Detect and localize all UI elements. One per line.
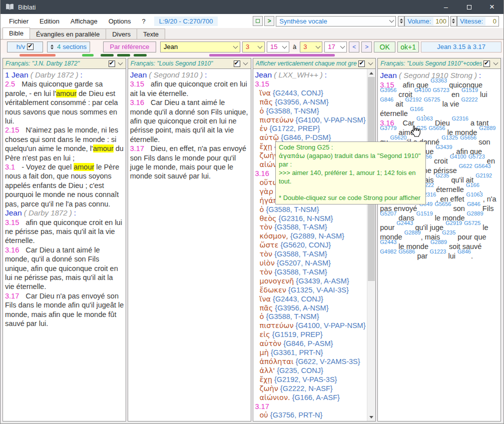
strong-code[interactable]: G2443 — [396, 220, 413, 226]
strong-code[interactable]: G5207 — [380, 210, 396, 216]
tab--vangiles-en-parall-le[interactable]: Évangiles en parallèle — [30, 28, 106, 39]
menu-item-affichage[interactable]: Affichage — [65, 16, 103, 26]
hv-layout-toggle[interactable]: h/v — [7, 42, 43, 52]
strong-code[interactable]: G3363 — [430, 78, 447, 84]
menu-item-?[interactable]: ? — [137, 16, 151, 26]
strong-code[interactable]: {G5620, CONJ} — [278, 241, 331, 249]
next-passage-button[interactable]: > — [361, 42, 372, 52]
strong-code[interactable]: G4982 — [380, 248, 396, 254]
chevron-down-icon[interactable] — [242, 62, 250, 64]
chevron-down-icon[interactable] — [117, 62, 125, 64]
strong-code[interactable]: G4100 — [414, 87, 431, 93]
strong-code[interactable]: {G3439, A-ASM} — [294, 277, 349, 285]
column-visibility-checkbox[interactable] — [234, 60, 240, 67]
strong-code[interactable]: G5620 — [390, 134, 406, 140]
minimize-button[interactable]: – — [434, 0, 457, 14]
strong-code[interactable]: {G3361, PRT-N} — [269, 348, 323, 356]
scroll-down-arrow[interactable] — [367, 413, 375, 421]
strong-code[interactable]: {G3756, PRT-N} — [268, 411, 323, 419]
vertical-scrollbar[interactable] — [367, 69, 375, 421]
strong-code[interactable]: {G3588, T-ASM} — [272, 250, 327, 258]
hv-checkbox[interactable] — [27, 44, 34, 50]
strong-code[interactable]: G622 — [459, 163, 472, 169]
strong-code[interactable]: {G235, CONJ} — [275, 366, 323, 374]
strong-code[interactable]: G5643 — [474, 163, 491, 169]
strong-code[interactable]: G1519 — [461, 87, 478, 93]
strong-code[interactable]: {G3588, T-NSM} — [264, 107, 319, 115]
chevron-down-icon[interactable] — [491, 62, 499, 64]
column-visibility-checkbox[interactable] — [109, 60, 115, 67]
strong-code[interactable]: G1223 — [429, 248, 446, 254]
strong-code[interactable]: G2889 — [467, 210, 483, 216]
speech-stop-button[interactable] — [253, 16, 263, 26]
ok-plus-one-button[interactable]: ok+1 — [397, 42, 419, 52]
strong-code[interactable]: {G1325, V-AAI-3S} — [286, 286, 349, 294]
strong-code[interactable]: G2192 — [475, 172, 492, 178]
menu-item-options[interactable]: Options — [103, 16, 137, 26]
strong-code[interactable]: {G3588, T-ASM} — [272, 268, 327, 276]
strong-code[interactable]: {G2443, CONJ} — [271, 89, 323, 97]
strong-code[interactable]: G2889 — [404, 230, 421, 236]
strong-code[interactable]: G2889 — [479, 125, 495, 131]
strong-code[interactable]: G2192 — [405, 96, 422, 102]
strong-code[interactable]: {G2316, N-NSM} — [277, 214, 333, 222]
strong-code[interactable]: G5686 — [398, 248, 415, 254]
tab-bible[interactable]: Bible — [3, 28, 30, 39]
strong-code[interactable]: G846 — [457, 248, 471, 254]
verse-to-combo[interactable]: 17 — [324, 42, 347, 52]
strong-code[interactable]: {G622, V-2AMS-3S} — [294, 358, 360, 366]
close-button[interactable]: × — [480, 0, 503, 14]
strong-code[interactable]: G166 — [410, 106, 423, 112]
speech-mode-combo[interactable]: Synthèse vocale — [276, 16, 396, 26]
strong-code[interactable]: G5723 — [433, 87, 449, 93]
strong-code[interactable]: G2222 — [461, 96, 478, 102]
strong-code[interactable]: {G3588, T-ASM} — [272, 223, 327, 231]
by-reference-button[interactable]: Par référence — [103, 42, 156, 52]
strong-code[interactable]: G2919 — [445, 220, 462, 226]
strong-code[interactable]: {G846, P-DSM} — [279, 134, 331, 142]
strong-code[interactable]: {G1722, PREP} — [267, 124, 320, 132]
strong-code[interactable]: G4100 — [450, 154, 466, 160]
sections-spinner[interactable] — [49, 42, 55, 52]
tab-texte[interactable]: Texte — [137, 28, 165, 39]
speech-play-button[interactable]: > — [264, 16, 274, 26]
volume-spinner[interactable] — [398, 16, 404, 26]
menu-item-fichier[interactable]: Fichier — [4, 16, 34, 26]
tab-divers[interactable]: Divers — [106, 28, 137, 39]
strong-code[interactable]: {G4100, V-PAP-NSM} — [294, 322, 366, 330]
column-visibility-checkbox[interactable] — [483, 60, 490, 67]
menu-item-edition[interactable]: Edition — [34, 16, 65, 26]
strong-code[interactable]: G5725 — [424, 96, 440, 102]
strong-code[interactable]: {G2192, V-PAS-3S} — [272, 376, 337, 384]
strong-code[interactable]: {G3956, A-NSM} — [273, 98, 328, 106]
chapter-to-combo[interactable]: 3 — [300, 42, 322, 52]
strong-code[interactable]: {G5207, N-ASM} — [275, 259, 331, 267]
strong-code[interactable]: G5656 — [460, 134, 476, 140]
strong-code[interactable]: G846 — [467, 201, 480, 207]
strong-code[interactable]: G5725 — [464, 220, 480, 226]
strong-code[interactable]: G2443 — [380, 239, 396, 245]
column-visibility-checkbox[interactable] — [358, 60, 365, 67]
strong-code[interactable]: G2889 — [430, 239, 447, 245]
strong-code[interactable]: G5656 — [434, 201, 451, 207]
strong-code[interactable]: G166 — [466, 182, 479, 188]
strong-code[interactable]: G235 — [442, 230, 455, 236]
speed-spinner[interactable] — [450, 16, 457, 26]
strong-code[interactable]: {G2889, N-ASM} — [288, 232, 344, 240]
verse-from-combo[interactable]: 15 — [267, 42, 289, 52]
strong-code[interactable]: G1325 — [441, 134, 458, 140]
strong-code[interactable]: G5656 — [429, 125, 445, 131]
strong-code[interactable]: {G3588, T-NSM} — [264, 206, 319, 214]
strong-code[interactable]: G3779 — [380, 125, 396, 131]
strong-code[interactable]: {G4100, V-PAP-NSM} — [294, 116, 366, 124]
strong-code[interactable]: {G3956, A-NSM} — [273, 304, 328, 312]
strong-code[interactable]: G1519 — [416, 210, 433, 216]
chevron-down-icon[interactable] — [366, 62, 374, 64]
strong-code[interactable]: G2316 — [452, 116, 468, 122]
strong-code[interactable]: {G166, A-ASF} — [290, 394, 340, 402]
strong-code[interactable]: G235 — [435, 172, 449, 178]
strong-code[interactable]: {G846, P-ASM} — [281, 340, 333, 348]
strong-code[interactable]: G3439 — [435, 144, 452, 150]
strong-code[interactable]: {G2222, N-ASF} — [278, 384, 333, 392]
ok-button[interactable]: OK — [374, 42, 395, 52]
